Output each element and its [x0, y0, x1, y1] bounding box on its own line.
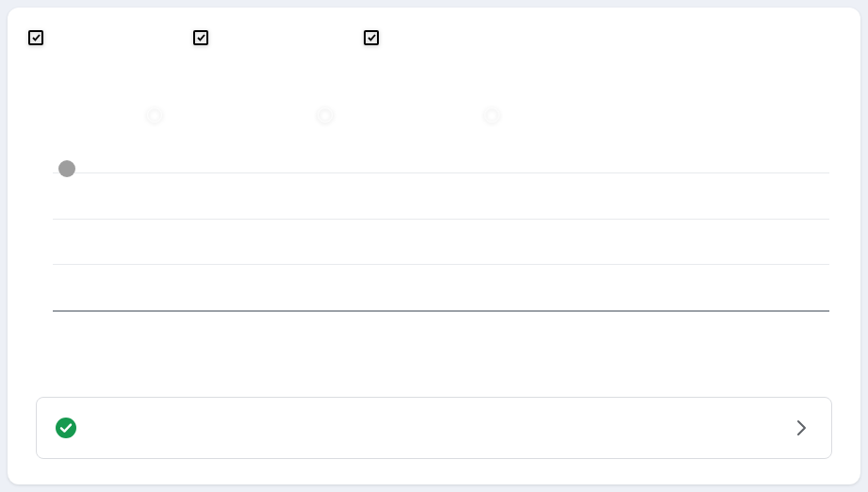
status-cards-row	[8, 8, 510, 131]
help-icon[interactable]	[484, 107, 500, 123]
status-card-needs-improvement[interactable]	[172, 8, 343, 131]
chevron-right-icon	[796, 419, 807, 436]
status-card-poor[interactable]	[8, 8, 172, 131]
check-circle-bg	[56, 418, 76, 438]
help-icon[interactable]	[147, 107, 162, 123]
core-web-vitals-panel	[8, 8, 860, 484]
annotation-marker[interactable]	[58, 160, 75, 177]
help-icon[interactable]	[318, 107, 333, 123]
checkbox-checked-icon[interactable]	[193, 30, 208, 45]
bars-area[interactable]	[58, 160, 816, 311]
status-card-poor-header	[28, 30, 172, 45]
status-card-subtitle	[193, 56, 343, 71]
status-card-subtitle	[364, 56, 510, 71]
effective-urls-banner[interactable]	[36, 397, 832, 459]
checkbox-checked-icon[interactable]	[364, 30, 379, 45]
checkbox-checked-icon[interactable]	[28, 30, 43, 45]
check-circle-icon	[56, 418, 76, 438]
status-card-good-header	[364, 30, 510, 45]
status-card-subtitle	[28, 56, 172, 71]
stacked-bar-chart	[58, 160, 816, 311]
x-axis-labels	[58, 341, 816, 356]
status-card-needs-improvement-header	[193, 30, 343, 45]
status-card-good[interactable]	[343, 8, 510, 131]
